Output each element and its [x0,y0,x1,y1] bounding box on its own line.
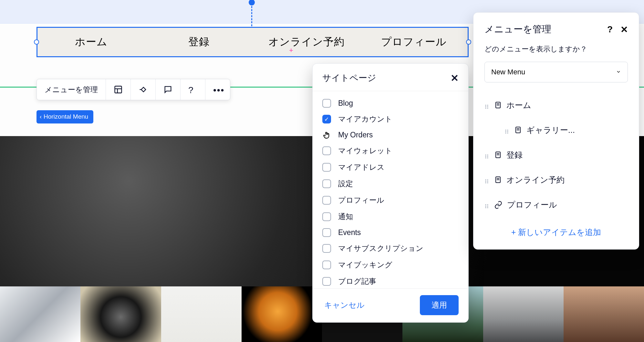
nav-item-register[interactable]: 登録 [145,28,253,56]
menu-item-label: プロフィール [507,199,557,210]
page-option[interactable]: プロフィール [322,192,459,208]
page-option-label: マイアカウント [338,114,392,124]
breadcrumb[interactable]: ‹ Horizontal Menu [36,110,93,123]
gallery-thumb [161,286,242,342]
svg-point-13 [507,130,508,131]
drag-handle-icon[interactable] [484,177,490,183]
resize-handle-left[interactable] [34,39,39,45]
page-option[interactable]: Events [322,225,459,240]
menu-item-row[interactable]: ホーム [477,93,636,118]
comment-button[interactable] [156,79,181,100]
gallery-thumb [564,286,644,342]
manage-menu-button[interactable]: メニューを管理 [37,79,106,100]
menu-item-row[interactable]: ギャラリー... [477,118,636,143]
page-option-label: Blog [338,99,353,108]
page-option-label: ブログ記事 [338,276,376,286]
svg-point-24 [487,156,488,157]
checkbox[interactable]: ✓ [322,115,331,123]
layout-button[interactable] [106,79,131,100]
menu-item-label: オンライン予約 [506,175,565,185]
page-icon [494,151,502,159]
page-option-label: 設定 [338,179,353,189]
page-option-label: 通知 [338,212,353,222]
svg-point-39 [485,204,486,205]
more-icon: ••• [213,85,222,94]
checkbox[interactable] [322,146,331,155]
help-button[interactable]: ? [181,79,205,100]
chevron-down-icon [616,68,621,76]
drag-handle-icon[interactable] [504,127,510,134]
nav-item-profile[interactable]: プロフィール [360,28,468,56]
page-option[interactable]: 通知 [322,208,459,225]
svg-point-26 [487,157,488,158]
help-icon: ? [607,24,613,34]
page-option[interactable]: My Orders [322,127,459,143]
cancel-button[interactable]: キャンセル [322,300,367,311]
close-button[interactable]: ✕ [620,24,628,35]
page-option[interactable]: マイウォレット [322,143,459,159]
checkbox[interactable] [322,277,331,286]
nav-item-booking[interactable]: オンライン予約 [253,28,360,56]
horizontal-menu-element[interactable]: ホーム 登録 オンライン予約 プロフィール [36,27,469,57]
checkbox[interactable] [322,179,331,188]
page-option[interactable]: マイサブスクリプション [322,240,459,257]
checkbox[interactable] [322,212,331,221]
checkbox[interactable] [322,163,331,172]
menu-item-row[interactable]: プロフィール [477,192,636,217]
svg-point-42 [487,206,488,207]
svg-point-17 [507,133,508,134]
svg-point-25 [485,157,486,158]
drag-handle-icon[interactable] [484,202,490,208]
help-icon: ? [188,85,197,94]
svg-point-30 [485,179,486,180]
anchor-cross-icon: + [289,46,293,55]
menu-item-row[interactable]: 登録 [477,143,636,167]
gallery-thumb [80,286,161,342]
resize-handle-right[interactable] [466,39,471,45]
svg-point-41 [485,206,486,207]
nav-item-home[interactable]: ホーム [37,28,145,56]
site-pages-modal: サイトページ ✕ Blog✓マイアカウントMy Ordersマイウォレットマイア… [312,63,469,323]
menu-item-label: 登録 [506,150,523,160]
menu-item-label: ホーム [506,100,531,111]
chevron-left-icon: ‹ [40,113,42,120]
page-icon [514,126,522,134]
drag-handle-icon[interactable] [484,152,490,158]
add-item-button[interactable]: + 新しいアイテムを追加 [473,219,639,245]
page-option[interactable]: ✓マイアカウント [322,111,459,127]
page-option[interactable]: マイブッキング [322,257,459,273]
checkbox[interactable] [322,244,331,253]
menu-select-value: New Menu [491,68,525,76]
comment-icon [163,85,172,94]
checkbox[interactable] [322,99,331,108]
apply-button[interactable]: 適用 [420,295,459,315]
page-option[interactable]: 設定 [322,176,459,192]
modal-title: サイトページ [322,72,376,84]
page-icon [494,101,502,110]
page-option[interactable]: マイアドレス [322,159,459,176]
page-option-label: Events [338,228,361,237]
page-option[interactable]: ブログ記事 [322,273,459,288]
checkbox[interactable] [322,228,331,237]
page-option[interactable]: Blog [322,96,459,111]
checkbox[interactable] [322,196,331,205]
svg-point-35 [487,182,488,183]
more-button[interactable]: ••• [205,79,230,100]
help-button[interactable]: ? [607,24,613,35]
animation-button[interactable] [131,79,156,100]
checkbox[interactable] [322,261,331,269]
gallery-thumb [242,286,322,342]
site-pages-list: Blog✓マイアカウントMy Ordersマイウォレットマイアドレス設定プロフィ… [313,91,468,288]
manage-menu-panel: メニューを管理 ? ✕ どのメニューを表示しますか？ New Menu ホームギ… [473,12,639,250]
svg-point-44 [487,207,488,208]
svg-point-7 [485,108,486,109]
drag-handle-icon[interactable] [484,102,490,109]
menu-select[interactable]: New Menu [484,62,628,82]
layout-icon [114,85,123,94]
close-icon: ✕ [451,73,459,83]
close-button[interactable]: ✕ [451,72,459,84]
page-option-label: マイウォレット [338,146,392,156]
menu-item-row[interactable]: オンライン予約 [477,167,636,192]
svg-point-40 [487,204,488,205]
svg-point-4 [487,105,488,106]
